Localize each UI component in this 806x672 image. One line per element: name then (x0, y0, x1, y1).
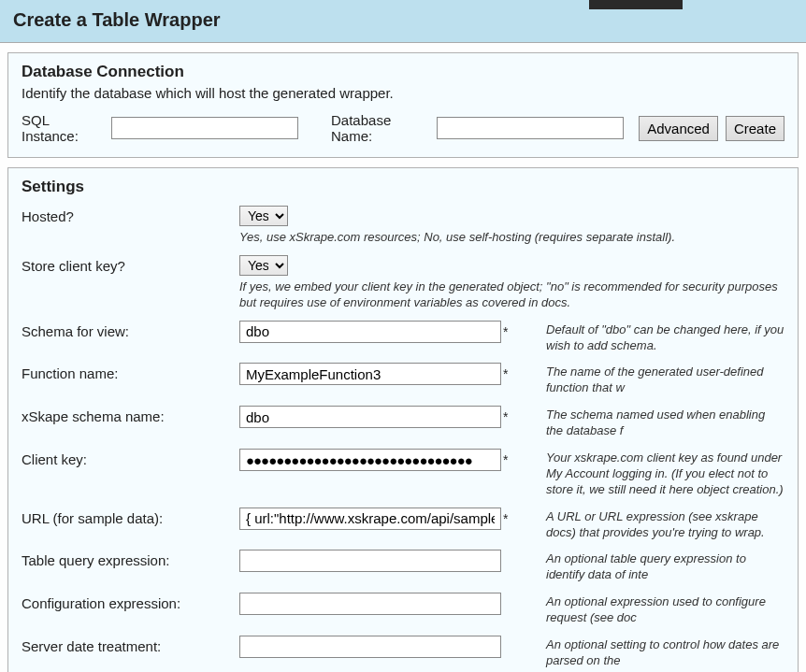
xskape-desc: The schema named used when enabling the … (546, 406, 784, 439)
funcname-desc: The name of the generated user-defined f… (546, 363, 784, 396)
required-star: * (503, 366, 508, 381)
hosted-select[interactable]: Yes (239, 206, 288, 226)
database-name-label: Database Name: (331, 112, 429, 144)
url-label: URL (for sample data): (22, 508, 232, 526)
config-input[interactable] (239, 593, 501, 615)
db-panel-desc: Identify the database which will host th… (22, 85, 784, 101)
storekey-label: Store client key? (22, 255, 232, 274)
url-input[interactable] (239, 508, 501, 530)
sdt-input[interactable] (239, 636, 501, 658)
url-desc: A URL or URL expression (see xskrape doc… (546, 508, 784, 541)
hosted-label: Hosted? (22, 206, 232, 224)
required-star: * (503, 409, 508, 424)
required-star: * (503, 511, 508, 526)
create-button[interactable]: Create (726, 116, 784, 141)
settings-title: Settings (22, 178, 784, 196)
sdt-label: Server date treatment: (22, 636, 232, 654)
funcname-input[interactable] (239, 363, 501, 385)
storekey-select[interactable]: Yes (239, 255, 288, 276)
required-star: * (503, 452, 508, 467)
config-label: Configuration expression: (22, 593, 232, 611)
sql-instance-input[interactable] (111, 117, 298, 139)
hosted-desc: Yes, use xSkrape.com resources; No, use … (239, 230, 784, 246)
tquery-desc: An optional table query expression to id… (546, 550, 784, 583)
window-chrome-fragment (589, 0, 683, 9)
tquery-label: Table query expression: (22, 550, 232, 568)
storekey-desc: If yes, we embed your client key in the … (239, 279, 784, 311)
page-header: Create a Table Wrapper (0, 0, 806, 43)
settings-panel: Settings Hosted? Yes Yes, use xSkrape.co… (7, 167, 799, 672)
page-title: Create a Table Wrapper (13, 9, 793, 31)
schemaview-label: Schema for view: (22, 321, 232, 339)
tquery-input[interactable] (239, 550, 501, 572)
sdt-desc: An optional setting to control how dates… (546, 636, 784, 669)
db-connection-row: SQL Instance: Database Name: Advanced Cr… (22, 112, 784, 144)
clientkey-desc: Your xskrape.com client key as found und… (546, 449, 784, 498)
xskape-input[interactable] (239, 406, 501, 428)
config-desc: An optional expression used to configure… (546, 593, 784, 626)
schemaview-desc: Default of "dbo" can be changed here, if… (546, 321, 784, 354)
clientkey-input[interactable] (239, 449, 501, 471)
xskape-label: xSkape schema name: (22, 406, 232, 424)
required-star: * (503, 324, 508, 339)
schemaview-input[interactable] (239, 321, 501, 343)
db-connection-panel: Database Connection Identify the databas… (7, 52, 799, 158)
advanced-button[interactable]: Advanced (639, 116, 718, 141)
database-name-input[interactable] (437, 117, 624, 139)
clientkey-label: Client key: (22, 449, 232, 467)
db-panel-title: Database Connection (22, 63, 784, 81)
funcname-label: Function name: (22, 363, 232, 381)
sql-instance-label: SQL Instance: (22, 112, 104, 144)
